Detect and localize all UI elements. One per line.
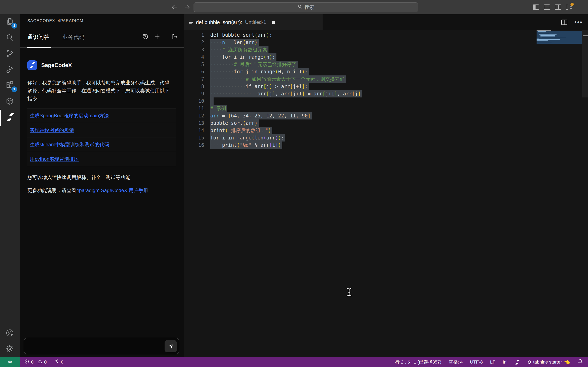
line-number: 15 [184,134,204,142]
tab-general-qa[interactable]: 通识问答 [27,27,49,47]
code-line-13[interactable]: 13bubble_sort(arr) [184,119,535,127]
line-content: ····n = len(arr) [210,39,259,46]
search-icon [5,33,14,43]
editor-tab-untitled-1[interactable]: def bubble_sort(arr): Untitled-1 [184,14,323,30]
line-number: 4 [184,53,204,61]
toggle-primary-sidebar-icon[interactable] [533,4,539,10]
code-line-16[interactable]: 16····print("%d" % arr[i]) [184,142,535,149]
code-line-14[interactable]: 14print("排序后的数组：") [184,127,535,134]
split-editor-icon[interactable] [561,20,567,25]
line-content: # 示例 [210,105,227,112]
toggle-panel-icon[interactable] [544,4,550,10]
sagecodex-icon [6,113,15,123]
pointing-hand-emoji: 👈 [564,359,570,365]
accounts-button[interactable] [0,325,20,341]
line-number: 1 [184,31,204,39]
ibeam-cursor [346,287,352,298]
line-number: 16 [184,142,204,149]
code-line-7[interactable]: 7············# 如果当前元素大于下一个元素，则交换它们 [184,75,535,83]
line-number: 12 [184,112,204,119]
manual-link[interactable]: 4paradigm SageCodeX 用户手册 [76,188,148,193]
assistant-name: SageCodeX [41,62,72,68]
language-mode[interactable]: Ini [503,359,507,365]
minimap[interactable] [536,30,582,43]
line-content: print("排序后的数组：") [210,127,272,134]
indentation[interactable]: 空格: 4 [449,359,463,365]
sidebar-item-search[interactable] [0,30,20,46]
suggestion-link-0[interactable]: 生成SpringBoot程序的启动main方法 [30,113,109,118]
send-button[interactable] [164,340,177,352]
new-chat-icon[interactable] [154,33,160,41]
overview-ruler-selection-marker [583,35,588,36]
plaintext-file-icon [189,21,193,24]
forward-icon[interactable] [184,4,191,11]
sidebar-item-run-debug[interactable] [0,62,20,78]
code-line-2[interactable]: 2····n = len(arr) [184,39,535,46]
tabnine-status[interactable]: tabnine starter 👈 [528,359,570,365]
panel-title: SAGECODEX: 4PARADIGM [20,14,184,27]
sagecodex-status-icon[interactable] [515,359,520,365]
code-line-15[interactable]: 15for i in range(len(arr)): [184,134,535,142]
remote-indicator[interactable]: >< [0,357,20,367]
ports-status[interactable]: 0 [54,359,63,365]
unsaved-changes-dot[interactable] [272,21,275,24]
sidebar-item-package[interactable] [0,94,20,110]
line-content: ········for j in range(0, n-i-1): [210,68,309,75]
code-line-4[interactable]: 4····for i in range(n): [184,53,535,61]
tabnine-label: tabnine starter [533,359,562,365]
suggestion-link-1[interactable]: 实现神经网路的步骤 [30,127,74,133]
code-line-6[interactable]: 6········for j in range(0, n-i-1): [184,68,535,75]
line-number: 11 [184,105,204,112]
suggestion-link-2[interactable]: 生成sklearn中模型训练和测试的代码 [30,142,109,147]
more-actions-icon[interactable]: ••• [574,21,583,23]
cursor-position[interactable]: 行 2，列 1 (已选择357) [395,359,441,365]
back-icon[interactable] [171,4,178,11]
toggle-secondary-sidebar-icon[interactable] [555,4,561,10]
sidebar-item-explorer[interactable]: 1 [0,14,20,30]
title-bar: 搜索 [0,0,588,14]
line-number: 6 [184,68,204,75]
notifications-bell[interactable] [577,359,583,366]
error-icon [24,359,29,365]
tab-title: def bubble_sort(arr): [196,19,242,25]
settings-button[interactable] [0,341,20,357]
suggestion-link-3[interactable]: 用python实现冒泡排序 [30,156,79,162]
code-line-10[interactable]: 10 [184,98,535,105]
warning-count: 0 [44,359,47,365]
sidebar-item-source-control[interactable] [0,46,20,62]
line-number: 8 [184,83,204,90]
code-line-9[interactable]: 9················arr[j], arr[j+1] = arr[… [184,90,535,98]
gear-icon [5,344,14,354]
history-icon[interactable] [142,33,149,41]
export-icon[interactable] [172,33,178,41]
encoding[interactable]: UTF-8 [470,359,483,365]
line-content: bubble_sort(arr) [210,119,259,127]
status-bar: >< 0 0 0 [0,357,588,367]
problems-status[interactable]: 0 0 [24,359,47,365]
code-line-8[interactable]: 8············if arr[j] > arr[j+1]: [184,83,535,90]
code-line-1[interactable]: 1def bubble_sort(arr): [184,31,535,39]
sidebar-item-sagecodex[interactable] [0,110,20,125]
code-line-11[interactable]: 11# 示例 [184,105,535,112]
slash-tip: 您可以输入"/"快速调用解释、补全、测试等功能 [27,174,176,181]
eol-sequence[interactable]: LF [490,359,495,365]
tab-business-code[interactable]: 业务代码 [62,27,85,47]
code-lines: 1def bubble_sort(arr):2····n = len(arr)3… [184,31,535,149]
git-branch-icon [5,49,14,59]
line-content: ············# 如果当前元素大于下一个元素，则交换它们 [210,75,346,83]
line-number: 9 [184,90,204,98]
code-editor[interactable]: 1def bubble_sort(arr):2····n = len(arr)3… [184,30,588,357]
chat-input[interactable] [24,338,179,354]
sidebar-item-extensions[interactable]: 1 [0,78,20,94]
suggestion-row: 用python实现冒泡排序 [27,152,176,166]
divider [166,34,166,40]
code-line-12[interactable]: 12arr = [64, 34, 25, 12, 22, 11, 90] [184,112,535,119]
minimap-scrollbar[interactable] [582,30,588,98]
customize-layout-icon[interactable] [566,4,572,10]
command-center-search[interactable]: 搜索 [194,2,418,12]
line-number: 3 [184,46,204,53]
line-number: 5 [184,61,204,68]
line-number: 7 [184,75,204,83]
code-line-5[interactable]: 5········# 最后i个元素已经排好序了 [184,61,535,68]
code-line-3[interactable]: 3····# 遍历所有数组元素 [184,46,535,53]
